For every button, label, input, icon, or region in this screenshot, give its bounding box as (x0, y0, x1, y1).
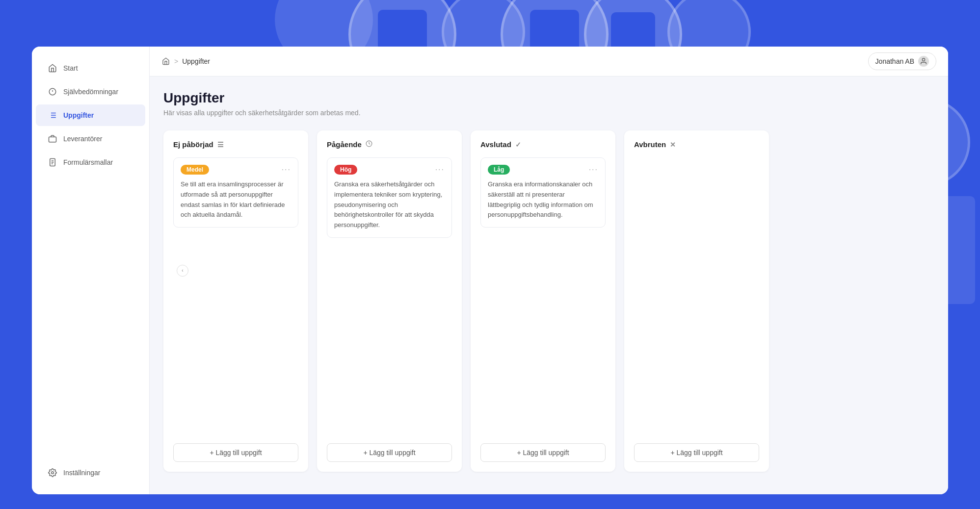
sidebar-item-leverantorer[interactable]: Leverantörer (36, 128, 145, 150)
sidebar-item-formularmallar[interactable]: Formulärsmallar (36, 152, 145, 173)
card-top-3: Låg ··· (488, 165, 598, 175)
sidebar-collapse-button[interactable]: ‹ (177, 265, 188, 277)
avatar (918, 56, 929, 67)
card-menu-1[interactable]: ··· (282, 165, 291, 174)
sidebar-label-formularmallar: Formulärsmallar (63, 158, 113, 166)
page-header: > Uppgifter Jonathan AB (150, 47, 948, 76)
card-menu-3[interactable]: ··· (589, 165, 598, 174)
col-header-avslutad: Avslutad ✓ (480, 140, 606, 149)
breadcrumb: > Uppgifter (161, 57, 210, 66)
sidebar: Start Självbedömningar (32, 47, 150, 494)
sidebar-item-start[interactable]: Start (36, 57, 145, 79)
card-text-1: Se till att era insamlingsprocesser är u… (181, 179, 291, 220)
kanban-col-avslutad: Avslutad ✓ Låg ··· Granska era informati… (471, 130, 615, 472)
breadcrumb-current: Uppgifter (182, 57, 210, 65)
sidebar-item-sjalvbedomningar[interactable]: Självbedömningar (36, 81, 145, 102)
add-task-btn-3[interactable]: + Lägg till uppgift (480, 443, 606, 462)
add-task-btn-1[interactable]: + Lägg till uppgift (173, 443, 298, 462)
card-text-3: Granska era informationskanaler och säke… (488, 179, 598, 220)
close-icon: ✕ (670, 141, 676, 149)
clock-icon (366, 140, 372, 149)
svg-rect-9 (49, 137, 56, 142)
priority-badge-medel: Medel (181, 165, 209, 175)
card-top-2: Hög ··· (334, 165, 445, 175)
kanban-board: Ej påbörjad ☰ Medel ··· Se till att era … (163, 130, 934, 472)
sidebar-label-installningar: Inställningar (63, 469, 101, 477)
svg-point-15 (922, 58, 925, 61)
sidebar-label-sjalvbedomningar: Självbedömningar (63, 88, 118, 96)
suppliers-icon (48, 134, 57, 144)
task-card-1: Medel ··· Se till att era insamlingsproc… (173, 157, 298, 228)
app-container: Start Självbedömningar (32, 47, 948, 494)
col-title-avslutad: Avslutad (480, 140, 511, 149)
col-header-pagaende: Pågående (327, 140, 452, 149)
templates-icon (48, 157, 57, 167)
card-text-2: Granska era säkerhetsåtgärder och implem… (334, 179, 445, 230)
col-title-ej-paborjad: Ej påbörjad (173, 140, 213, 149)
task-card-3: Låg ··· Granska era informationskanaler … (480, 157, 606, 228)
sidebar-label-uppgifter: Uppgifter (63, 111, 94, 119)
col-header-ej-paborjad: Ej påbörjad ☰ (173, 140, 298, 149)
task-card-2: Hög ··· Granska era säkerhetsåtgärder oc… (327, 157, 452, 238)
sidebar-label-start: Start (63, 64, 78, 72)
page-title: Uppgifter (163, 90, 934, 106)
check-icon: ✓ (515, 141, 521, 149)
breadcrumb-separator: > (174, 57, 178, 65)
kanban-col-avbruten: Avbruten ✕ + Lägg till uppgift (624, 130, 769, 472)
home-icon (48, 63, 57, 73)
card-top-1: Medel ··· (181, 165, 291, 175)
page-subtitle: Här visas alla uppgifter och säkerhetsåt… (163, 109, 934, 117)
kanban-col-ej-paborjad: Ej påbörjad ☰ Medel ··· Se till att era … (163, 130, 308, 472)
col-title-pagaende: Pågående (327, 140, 362, 149)
priority-badge-lag: Låg (488, 165, 510, 175)
priority-badge-hog: Hög (334, 165, 357, 175)
user-info[interactable]: Jonathan AB (868, 52, 936, 70)
main-content: > Uppgifter Jonathan AB Uppgifter Här vi… (150, 47, 948, 494)
sidebar-label-leverantorer: Leverantörer (63, 135, 102, 143)
add-task-btn-4[interactable]: + Lägg till uppgift (634, 443, 759, 462)
sidebar-item-uppgifter[interactable]: Uppgifter (36, 104, 145, 126)
col-title-avbruten: Avbruten (634, 140, 666, 149)
sidebar-item-installningar[interactable]: Inställningar (36, 462, 145, 484)
tasks-icon (48, 110, 57, 120)
card-menu-2[interactable]: ··· (435, 165, 445, 174)
user-name: Jonathan AB (875, 57, 914, 65)
menu-icon: ☰ (217, 141, 224, 149)
settings-icon (48, 468, 57, 478)
col-header-avbruten: Avbruten ✕ (634, 140, 759, 149)
svg-point-14 (52, 472, 54, 474)
add-task-btn-2[interactable]: + Lägg till uppgift (327, 443, 452, 462)
breadcrumb-home-icon[interactable] (161, 57, 170, 66)
assessment-icon (48, 87, 57, 97)
kanban-col-pagaende: Pågående Hög ··· Grans (317, 130, 462, 472)
page-body: Uppgifter Här visas alla uppgifter och s… (150, 76, 948, 494)
